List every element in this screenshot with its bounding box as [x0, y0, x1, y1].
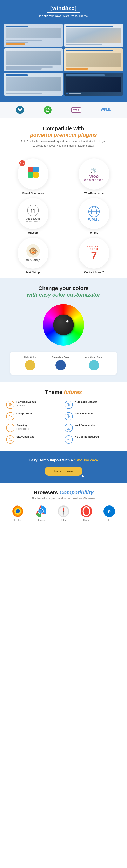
futures-icon-fonts: Aa: [6, 412, 14, 421]
wpml-logo: WPML: [88, 206, 100, 222]
screenshot-mockup: [64, 73, 123, 96]
futures-text-documented: Well Documented: [75, 424, 95, 427]
wpml-text: WPML: [101, 108, 111, 112]
nav-dot: [69, 93, 72, 94]
logo-bracket-open: [: [50, 5, 52, 11]
futures-text-fonts: Google Fonts: [16, 412, 32, 415]
mock-bar: [6, 68, 42, 69]
compatible-title-bold: Compatible with: [43, 125, 84, 132]
compatible-title-italic: powerful premium plugins: [30, 132, 97, 138]
install-demo-button[interactable]: Install demo: [45, 467, 82, 476]
futures-section: Theme futures ⚙ Powerfull Admin Interfac…: [0, 382, 127, 451]
demo-section: Easy Demo import with a 1 mouse click In…: [0, 451, 127, 483]
firefox-name: Firefox: [14, 519, 21, 521]
firefox-icon: [11, 505, 24, 518]
mailchimp-logo: 🐵 MailChimp: [26, 244, 40, 262]
futures-icon-documented: [65, 424, 73, 432]
woo-strip-logo: Woo: [71, 107, 81, 113]
plugin-name-woo: WooCommerce: [84, 192, 104, 195]
mock-bar: [6, 93, 42, 94]
unyson-text: UNYSON: [26, 217, 40, 220]
futures-label-fonts: Google Fonts: [16, 412, 32, 415]
futures-title-italic: futures: [64, 389, 82, 395]
safari-icon: [57, 505, 70, 518]
screenshot-section: [0, 22, 127, 102]
futures-label-parallax: Parallax Effects: [75, 412, 93, 415]
wp-logo: W: [16, 106, 24, 114]
swatch-secondary: Secondary Color: [51, 356, 70, 370]
color-section: Change your colors with easy color custo…: [0, 278, 127, 382]
cursor-icon: ↖: [81, 473, 86, 479]
screenshot-item: [64, 49, 123, 71]
browser-opera: Opera: [80, 505, 93, 521]
plugin-circle-vc: $45: [17, 158, 48, 189]
futures-item-homepages: Amazing Homepages: [6, 424, 62, 432]
svg-rect-8: [69, 416, 70, 418]
svg-point-16: [9, 438, 11, 440]
color-wheel-center: [53, 314, 74, 335]
plugin-circle-mailchimp: 🐵 MailChimp: [17, 238, 48, 269]
browser-safari: Safari: [57, 505, 70, 521]
futures-icon-nocoding: </>: [65, 435, 73, 444]
browser-chrome: Chrome: [34, 505, 47, 521]
plugin-name-mailchimp: MailChimp: [26, 271, 40, 274]
mock-bar: [66, 74, 105, 76]
cf7-logo: CONTACT FORM 7: [87, 245, 101, 261]
header-subtitle: Plastic Windows WordPress Theme: [4, 14, 123, 18]
swatch-main-circle: [25, 360, 35, 370]
mock-nav: [66, 93, 121, 94]
demo-title: Easy Demo import with a 1 mouse click: [6, 458, 121, 462]
futures-icon-updates: ↻: [65, 401, 73, 409]
screenshot-item: [4, 49, 63, 71]
swatch-additional: Additional Color: [85, 356, 103, 370]
futures-label-seo: SEO Optimized: [16, 435, 34, 438]
mock-bar: [6, 26, 28, 27]
color-title-bold: Change your colors: [38, 285, 89, 291]
futures-text-seo: SEO Optimized: [16, 435, 34, 438]
svg-rect-7: [67, 415, 69, 416]
screenshot-item: [64, 24, 123, 47]
swatch-secondary-label: Secondary Color: [51, 356, 70, 359]
plugin-circle-woo: 🛒 Woo COMMERCE: [79, 158, 110, 189]
futures-label-documented: Well Documented: [75, 424, 95, 427]
nav-dot: [72, 93, 75, 94]
mock-image: [6, 51, 61, 65]
browser-title: Browsers Compatibility: [6, 489, 121, 496]
nav-dot: [78, 93, 81, 94]
screenshot-mockup: [4, 49, 63, 71]
plugin-item-unyson: u UNYSON FRAMEWORK Unyson: [4, 198, 62, 234]
svg-point-24: [39, 509, 42, 513]
browser-description: The theme looks great on all modern vers…: [6, 497, 121, 500]
plugin-item-mailchimp: 🐵 MailChimp MailChimp: [4, 238, 62, 274]
chrome-icon: [34, 505, 47, 518]
futures-icon-homepages: [6, 424, 14, 432]
plugin-name-wpml: WPML: [90, 231, 98, 234]
plugin-circle-wpml: WPML: [79, 198, 110, 229]
screenshot-mockup: [4, 73, 63, 96]
browser-title-bold: Browsers: [34, 489, 58, 496]
futures-item-fonts: Aa Google Fonts: [6, 412, 62, 421]
plugin-circle-unyson: u UNYSON FRAMEWORK: [17, 198, 48, 229]
futures-text-nocoding: No Coding Required: [75, 435, 99, 438]
mock-image: [66, 77, 121, 92]
mock-bar: [66, 26, 113, 27]
mock-image: [6, 77, 61, 91]
futures-icon-admin: ⚙: [6, 401, 14, 409]
futures-grid: ⚙ Powerfull Admin Interface ↻ Automatic …: [6, 401, 121, 444]
vc-logo: [44, 106, 51, 114]
futures-item-documented: Well Documented: [65, 424, 121, 432]
plugin-circle-cf7: CONTACT FORM 7: [79, 238, 110, 269]
browser-section: Browsers Compatibility The theme looks g…: [0, 483, 127, 527]
unyson-logo: u UNYSON FRAMEWORK: [26, 205, 40, 222]
unyson-u-icon: u: [27, 205, 39, 216]
ie-name: IE: [108, 519, 110, 521]
futures-item-nocoding: </> No Coding Required: [65, 435, 121, 444]
wpml-strip-logo: WPML: [101, 108, 111, 112]
opera-icon: [80, 505, 93, 518]
swatch-additional-label: Additional Color: [85, 356, 103, 359]
cf7-number: 7: [91, 250, 97, 261]
futures-icon-seo: [6, 435, 14, 444]
safari-name: Safari: [60, 519, 67, 521]
unyson-sub: FRAMEWORK: [26, 220, 40, 222]
plugin-item-vc: $45 Visual Composer: [4, 158, 62, 195]
